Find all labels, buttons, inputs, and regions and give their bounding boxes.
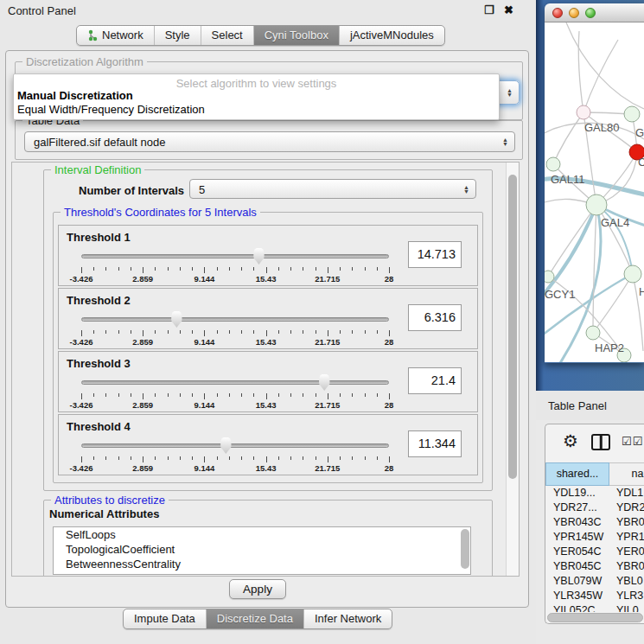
network-node-label: GAL80 bbox=[584, 121, 619, 134]
slider-minor-tick bbox=[168, 330, 169, 334]
cell-name: YBR0 bbox=[609, 559, 644, 574]
slider-minor-tick bbox=[253, 393, 254, 397]
network-node-green[interactable] bbox=[624, 106, 640, 122]
network-edge[interactable] bbox=[553, 112, 583, 164]
table-row[interactable]: YPR145WYPR1 bbox=[545, 530, 644, 545]
slider-thumb[interactable] bbox=[220, 437, 232, 454]
threshold-slider[interactable]: -3.4262.8599.14415.4321.71528 bbox=[81, 436, 389, 472]
tab-cyni-toolbox[interactable]: Cyni Toolbox bbox=[253, 26, 339, 45]
close-traffic-light[interactable] bbox=[552, 8, 563, 18]
tab-style[interactable]: Style bbox=[154, 26, 201, 45]
slider-thumb[interactable] bbox=[252, 248, 265, 265]
table-row[interactable]: YBL079WYBL0 bbox=[545, 574, 644, 589]
close-icon[interactable]: ✖ bbox=[504, 3, 513, 16]
threshold-slider[interactable]: -3.4262.8599.14415.4321.71528 bbox=[81, 309, 389, 346]
table-panel-title: Table Panel bbox=[548, 399, 607, 412]
network-edge[interactable] bbox=[548, 205, 596, 277]
slider-tick-label: 2.859 bbox=[132, 274, 153, 284]
threshold-value-field[interactable]: 14.713 bbox=[408, 241, 462, 268]
slider-minor-tick bbox=[180, 330, 181, 334]
slider-thumb[interactable] bbox=[318, 374, 330, 391]
cell-shared-name: YIL052C bbox=[545, 603, 609, 612]
table-row[interactable]: YDR27...YDR2 bbox=[545, 501, 644, 515]
table-row[interactable]: YBR045CYBR0 bbox=[545, 559, 644, 574]
network-node-green[interactable] bbox=[586, 194, 607, 215]
tab-discretize-data[interactable]: Discretize Data bbox=[206, 609, 303, 628]
threshold-value-field[interactable]: 21.4 bbox=[408, 367, 462, 394]
gear-icon[interactable]: ⚙ bbox=[563, 430, 578, 451]
network-edge-thick[interactable] bbox=[545, 205, 596, 301]
network-node-label: G bbox=[635, 126, 644, 139]
table-row[interactable]: YER054CYER0 bbox=[545, 545, 644, 559]
network-node-pink[interactable] bbox=[577, 105, 590, 119]
dropdown-option-equal-width[interactable]: Equal Width/Frequency Discretization bbox=[14, 103, 499, 117]
slider-tick-label: 9.144 bbox=[194, 337, 215, 347]
threshold-slider[interactable]: -3.4262.8599.14415.4321.71528 bbox=[81, 246, 389, 283]
group-title: Discretization Algorithm bbox=[22, 55, 147, 68]
numerical-attributes-list[interactable]: SelfLoopsTopologicalCoefficientBetweenne… bbox=[53, 526, 471, 575]
combo-arrows-icon: ▲▼ bbox=[502, 137, 508, 146]
attribute-list-item[interactable]: BetweennessCentrality bbox=[54, 557, 470, 571]
table-row[interactable]: YDL19...YDL1 bbox=[545, 486, 644, 501]
dropdown-option-manual[interactable]: Manual Discretization bbox=[14, 89, 499, 103]
slider-track[interactable] bbox=[81, 380, 389, 385]
float-window-icon[interactable]: ❒ bbox=[484, 3, 494, 16]
table-row[interactable]: YBR043CYBR0 bbox=[545, 515, 644, 530]
network-edge[interactable] bbox=[593, 205, 596, 333]
slider-minor-tick bbox=[340, 267, 341, 271]
select-columns-icon[interactable]: ☑☑ bbox=[622, 435, 643, 448]
network-node-green[interactable] bbox=[545, 271, 554, 283]
slider-minor-tick bbox=[352, 267, 353, 271]
tab-select[interactable]: Select bbox=[201, 26, 253, 45]
slider-minor-tick bbox=[217, 267, 218, 271]
tab-infer-network[interactable]: Infer Network bbox=[303, 609, 392, 628]
slider-minor-tick bbox=[105, 267, 106, 271]
attribute-list-item[interactable]: TopologicalCoefficient bbox=[54, 542, 470, 557]
split-columns-icon[interactable] bbox=[591, 434, 610, 450]
table-data-combobox[interactable]: galFiltered.sif default node ▲▼ bbox=[24, 131, 515, 152]
network-node-green[interactable] bbox=[586, 326, 600, 340]
network-edge[interactable] bbox=[566, 22, 644, 109]
slider-minor-tick bbox=[253, 330, 254, 334]
slider-tick-label: -3.426 bbox=[70, 463, 93, 473]
list-scrollbar[interactable] bbox=[461, 529, 469, 569]
slider-track[interactable] bbox=[81, 254, 389, 258]
table-row[interactable]: YIL052CYIL0 bbox=[545, 603, 644, 612]
tab-network[interactable]: Network bbox=[77, 26, 154, 45]
tab-jactivemnodules[interactable]: jActiveMNodules bbox=[339, 26, 444, 45]
network-edge[interactable] bbox=[578, 31, 583, 112]
slider-minor-tick bbox=[352, 393, 353, 397]
column-header-shared-name[interactable]: shared... bbox=[545, 462, 609, 486]
threshold-value-field[interactable]: 11.344 bbox=[408, 430, 462, 457]
slider-track[interactable] bbox=[81, 443, 389, 448]
apply-button[interactable]: Apply bbox=[229, 579, 286, 599]
slider-major-tick bbox=[328, 456, 328, 462]
number-of-intervals-combobox[interactable]: 5 ▲▼ bbox=[189, 179, 476, 199]
attribute-list-item[interactable]: SelfLoops bbox=[54, 527, 470, 542]
slider-minor-tick bbox=[192, 456, 193, 460]
tab-impute-data[interactable]: Impute Data bbox=[124, 609, 206, 628]
zoom-traffic-light[interactable] bbox=[585, 8, 596, 18]
network-node-green[interactable] bbox=[546, 157, 560, 171]
network-canvas[interactable]: GAL80GGAL11CGAL4GCY1HHAP2 bbox=[545, 22, 644, 362]
column-header-name[interactable]: na bbox=[609, 462, 644, 486]
scrollbar-thumb[interactable] bbox=[508, 175, 517, 479]
table-body: YDL19...YDL1YDR27...YDR2YBR043CYBR0YPR14… bbox=[545, 486, 644, 612]
table-row[interactable]: YLR345WYLR3 bbox=[545, 589, 644, 603]
horizontal-scrollbar[interactable] bbox=[547, 613, 643, 622]
table-toolbar: ⚙ ☑☑ bbox=[545, 424, 644, 461]
threshold-slider[interactable]: -3.4262.8599.14415.4321.71528 bbox=[81, 373, 389, 409]
minimize-traffic-light[interactable] bbox=[569, 8, 579, 18]
network-node-green[interactable] bbox=[624, 265, 641, 283]
tab-label: Impute Data bbox=[134, 612, 195, 625]
network-edge[interactable] bbox=[593, 274, 633, 333]
network-window-titlebar[interactable] bbox=[545, 3, 644, 22]
settings-scrollpane: Interval Definition Number of Intervals … bbox=[11, 162, 520, 577]
slider-thumb[interactable] bbox=[170, 311, 182, 328]
network-edge[interactable] bbox=[583, 40, 618, 112]
slider-major-tick bbox=[328, 393, 328, 399]
threshold-value-field[interactable]: 6.316 bbox=[408, 304, 462, 331]
vertical-scrollbar[interactable] bbox=[506, 163, 519, 576]
slider-tick-label: 21.715 bbox=[315, 463, 340, 473]
slider-track[interactable] bbox=[81, 317, 389, 322]
